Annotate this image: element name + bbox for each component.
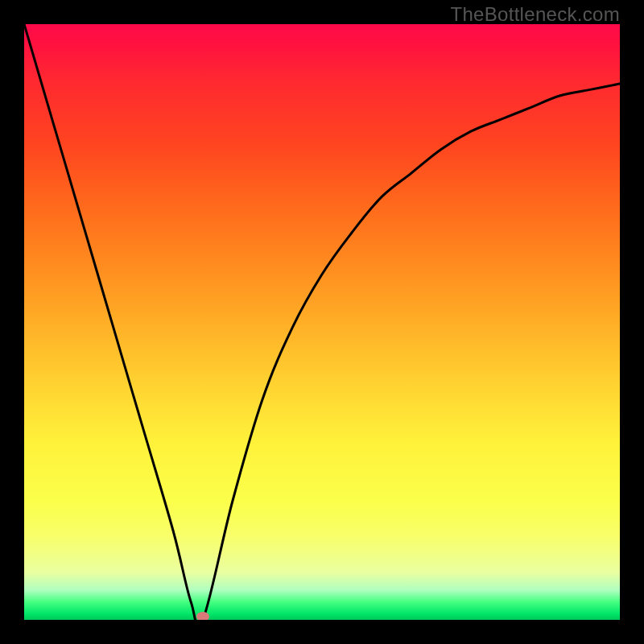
plot-area: [24, 24, 620, 620]
chart-frame: TheBottleneck.com: [0, 0, 644, 644]
bottleneck-curve: [24, 24, 620, 620]
watermark-text: TheBottleneck.com: [450, 3, 620, 26]
minimum-marker-icon: [196, 612, 209, 620]
